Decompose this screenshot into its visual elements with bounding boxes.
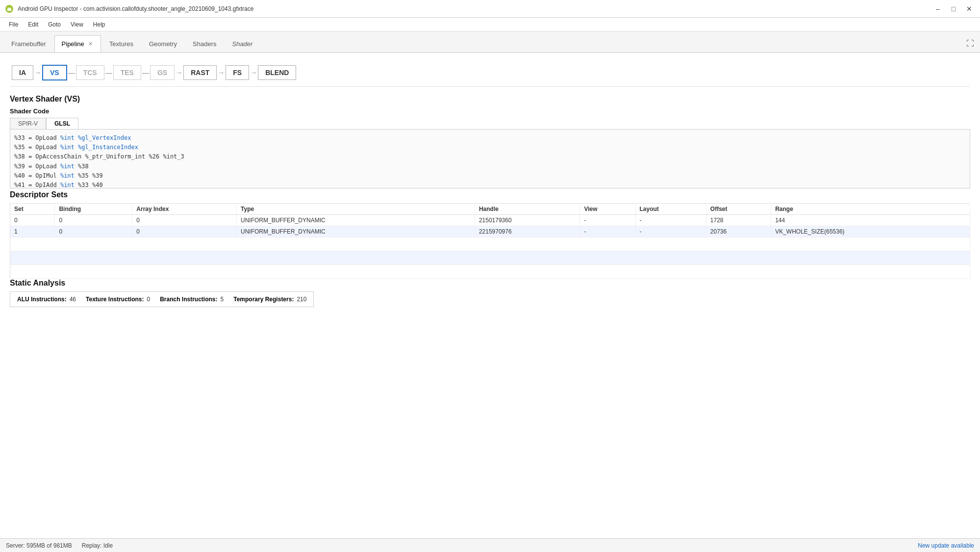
col-set: Set [10, 204, 55, 215]
shader-code-area: Shader Code SPIR-V GLSL %33 = OpLoad %in… [10, 107, 970, 188]
cell-type-0: UNIFORM_BUFFER_DYNAMIC [237, 215, 475, 226]
menu-bar: File Edit Goto View Help [0, 18, 980, 31]
cell-type-1: UNIFORM_BUFFER_DYNAMIC [237, 226, 475, 237]
stat-alu-label: ALU Instructions: [17, 296, 67, 303]
fullscreen-button[interactable]: ⛶ [964, 37, 976, 50]
title-bar-left: Android GPU Inspector - com.activision.c… [5, 4, 253, 13]
stat-texture-label: Texture Instructions: [86, 296, 144, 303]
pipeline-node-tes[interactable]: TES [113, 65, 141, 80]
status-server: Server: 595MB of 981MB [6, 542, 72, 549]
tab-bar-right: ⛶ [964, 37, 976, 52]
cell-layout-1: - [635, 226, 706, 237]
tab-pipeline[interactable]: Pipeline ✕ [54, 35, 101, 52]
col-handle: Handle [475, 204, 580, 215]
maximize-button[interactable]: □ [948, 4, 959, 14]
cell-range-0: 144 [771, 215, 970, 226]
arrow-3: — [105, 69, 112, 77]
stat-alu-value: 46 [70, 296, 76, 303]
col-type: Type [237, 204, 475, 215]
code-line-6: %41 = OpIAdd %int %33 %40 [14, 181, 966, 188]
arrow-7: → [250, 69, 257, 77]
descriptor-sets-section: Descriptor Sets Set Binding Array Index … [10, 190, 970, 279]
stat-alu: ALU Instructions: 46 [17, 296, 76, 303]
stat-branch: Branch Instructions: 5 [160, 296, 224, 303]
stat-temp-reg-label: Temporary Registers: [233, 296, 294, 303]
stat-texture: Texture Instructions: 0 [86, 296, 150, 303]
status-replay: Replay: Idle [82, 542, 113, 549]
menu-help[interactable]: Help [88, 19, 110, 30]
status-update-link[interactable]: New update available [918, 542, 974, 549]
cell-binding-0: 0 [55, 215, 132, 226]
cell-offset-0: 1728 [706, 215, 771, 226]
cell-set-0[interactable]: 0 [10, 215, 55, 226]
minimize-button[interactable]: – [932, 4, 944, 14]
table-row-empty-3 [10, 265, 970, 279]
pipeline-diagram: IA → VS — TCS — TES — GS → RAST → FS → B… [10, 61, 970, 87]
cell-set-1: 1 [10, 226, 55, 237]
col-view: View [580, 204, 635, 215]
code-line-5: %40 = OpIMul %int %35 %39 [14, 171, 966, 181]
menu-file[interactable]: File [4, 19, 23, 30]
cell-offset-1: 20736 [706, 226, 771, 237]
menu-view[interactable]: View [66, 19, 88, 30]
tab-bar: Framebuffer Pipeline ✕ Textures Geometry… [0, 31, 980, 53]
pipeline-node-tcs[interactable]: TCS [76, 65, 104, 80]
col-layout: Layout [635, 204, 706, 215]
menu-edit[interactable]: Edit [23, 19, 43, 30]
tab-shader[interactable]: Shader [225, 35, 260, 52]
status-bar: Server: 595MB of 981MB Replay: Idle New … [0, 538, 980, 552]
menu-goto[interactable]: Goto [43, 19, 66, 30]
svg-rect-1 [7, 8, 11, 11]
stat-branch-value: 5 [221, 296, 224, 303]
arrow-6: → [218, 69, 225, 77]
code-line-4: %39 = OpLoad %int %38 [14, 162, 966, 171]
pipeline-node-blend[interactable]: BLEND [258, 65, 296, 80]
table-row-empty-2 [10, 251, 970, 265]
window-title: Android GPU Inspector - com.activision.c… [18, 5, 253, 12]
close-button[interactable]: ✕ [963, 4, 975, 14]
code-tab-bar: SPIR-V GLSL [10, 118, 970, 130]
pipeline-node-vs[interactable]: VS [42, 65, 67, 80]
cell-view-0: - [580, 215, 635, 226]
tab-shaders[interactable]: Shaders [185, 35, 224, 52]
tab-textures[interactable]: Textures [102, 35, 141, 52]
col-offset: Offset [706, 204, 771, 215]
pipeline-node-gs[interactable]: GS [150, 65, 175, 80]
shader-code-subtitle: Shader Code [10, 107, 970, 115]
static-analysis-section: Static Analysis ALU Instructions: 46 Tex… [10, 279, 970, 307]
code-tab-glsl[interactable]: GLSL [46, 118, 78, 129]
tab-pipeline-close[interactable]: ✕ [87, 41, 94, 47]
cell-binding-1: 0 [55, 226, 132, 237]
cell-array-0: 0 [132, 215, 237, 226]
cell-array-1: 0 [132, 226, 237, 237]
stat-temp-reg-value: 210 [297, 296, 306, 303]
arrow-5: → [176, 69, 182, 77]
tab-list: Framebuffer Pipeline ✕ Textures Geometry… [4, 35, 260, 52]
cell-handle-0[interactable]: 2150179360 [475, 215, 580, 226]
descriptor-sets-title: Descriptor Sets [10, 190, 970, 199]
title-bar: Android GPU Inspector - com.activision.c… [0, 0, 980, 18]
android-icon [5, 4, 14, 13]
stat-temp-reg: Temporary Registers: 210 [233, 296, 306, 303]
arrow-2: — [68, 69, 75, 77]
pipeline-node-ia[interactable]: IA [12, 65, 33, 80]
vertex-shader-title: Vertex Shader (VS) [10, 95, 970, 104]
pipeline-node-fs[interactable]: FS [226, 65, 249, 80]
status-left: Server: 595MB of 981MB Replay: Idle [6, 542, 113, 549]
cell-view-1: - [580, 226, 635, 237]
cell-handle-1: 2215970976 [475, 226, 580, 237]
shader-code-box[interactable]: %33 = OpLoad %int %gl_VertexIndex %35 = … [10, 130, 970, 188]
code-tab-spirv[interactable]: SPIR-V [10, 118, 46, 129]
table-row: 1 0 0 UNIFORM_BUFFER_DYNAMIC 2215970976 … [10, 226, 970, 237]
arrow-4: — [142, 69, 149, 77]
col-range: Range [771, 204, 970, 215]
pipeline-node-rast[interactable]: RAST [183, 65, 217, 80]
cell-range-1: VK_WHOLE_SIZE(65536) [771, 226, 970, 237]
table-row: 0 0 0 UNIFORM_BUFFER_DYNAMIC 2150179360 … [10, 215, 970, 226]
stat-texture-value: 0 [147, 296, 151, 303]
tab-geometry[interactable]: Geometry [142, 35, 184, 52]
stat-branch-label: Branch Instructions: [160, 296, 217, 303]
tab-framebuffer[interactable]: Framebuffer [4, 35, 53, 52]
col-binding: Binding [55, 204, 132, 215]
cell-layout-0: - [635, 215, 706, 226]
